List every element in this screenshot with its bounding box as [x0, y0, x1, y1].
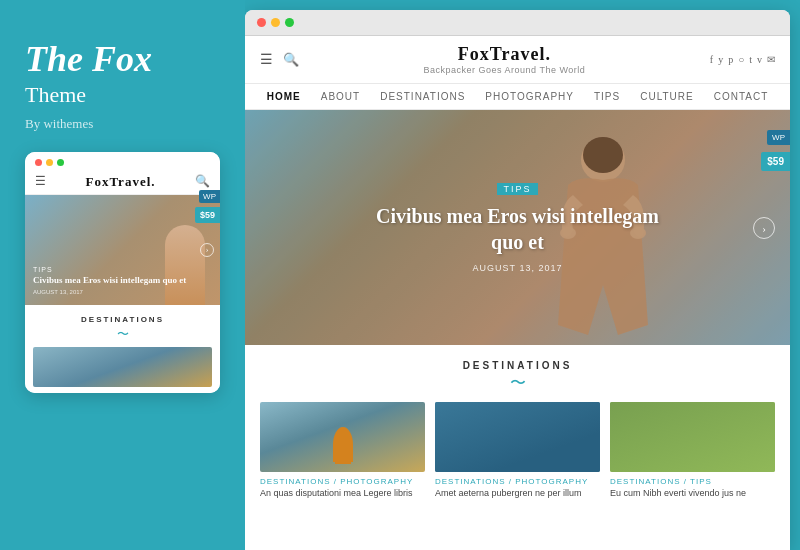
mobile-search-icon[interactable]: 🔍 — [195, 174, 210, 189]
theme-subtitle: Theme — [25, 82, 86, 108]
right-panel: ☰ 🔍 FoxTravel. Backpacker Goes Around Th… — [245, 10, 790, 550]
mobile-destinations-section: DESTINATIONS 〜 — [25, 305, 220, 393]
nav-item-tips[interactable]: TIPS — [594, 91, 620, 102]
site-nav: HOME ABOUT DESTINATIONS PHOTOGRAPHY TIPS… — [245, 84, 790, 110]
dest-card-3-text: Eu cum Nibh everti vivendo jus ne — [610, 488, 775, 500]
site-hamburger-icon[interactable]: ☰ — [260, 51, 273, 68]
mobile-preview: ☰ FoxTravel. 🔍 TIPS Civibus mea Eros wis… — [25, 152, 220, 393]
mobile-hero-overlay: TIPS Civibus mea Eros wisi intellegam qu… — [33, 266, 212, 295]
hero-section: TIPS Civibus mea Eros wisi intellegam qu… — [245, 110, 790, 345]
dest-card-2-image — [435, 402, 600, 472]
social-vimeo-icon[interactable]: v — [757, 54, 762, 65]
mobile-preview-header — [25, 152, 220, 170]
site-header: ☰ 🔍 FoxTravel. Backpacker Goes Around Th… — [245, 36, 790, 84]
social-facebook-icon[interactable]: f — [710, 54, 713, 65]
mobile-dest-image — [33, 347, 212, 387]
dot-yellow — [46, 159, 53, 166]
dest-card-1-image — [260, 402, 425, 472]
social-youtube-icon[interactable]: y — [718, 54, 723, 65]
dest-card-2-text: Amet aeterna pubergren ne per illum — [435, 488, 600, 500]
browser-titlebar — [245, 10, 790, 36]
dest-card-2-tag: DESTINATIONS / PHOTOGRAPHY — [435, 477, 600, 486]
hero-price-badge: $59 — [761, 152, 790, 171]
mobile-wave-decoration: 〜 — [33, 326, 212, 343]
header-right: f y p ○ t v ✉ — [710, 54, 775, 65]
nav-item-destinations[interactable]: DESTINATIONS — [380, 91, 465, 102]
hero-overlay: TIPS Civibus mea Eros wisi intellegam qu… — [245, 110, 790, 345]
social-pinterest-icon[interactable]: p — [728, 54, 733, 65]
hero-tips-badge: TIPS — [497, 183, 537, 195]
site-tagline: Backpacker Goes Around The World — [424, 65, 586, 75]
dest-card-1-text: An quas disputationi mea Legere libris — [260, 488, 425, 500]
hero-wp-badge: WP — [767, 130, 790, 145]
mobile-nav-bar: ☰ FoxTravel. 🔍 — [25, 170, 220, 195]
hero-date: AUGUST 13, 2017 — [473, 263, 563, 273]
mobile-logo: FoxTravel. — [85, 174, 155, 190]
dest-card-1-tag: DESTINATIONS / PHOTOGRAPHY — [260, 477, 425, 486]
destinations-section: DESTINATIONS 〜 DESTINATIONS / PHOTOGRAPH… — [245, 345, 790, 510]
mobile-hero: TIPS Civibus mea Eros wisi intellegam qu… — [25, 195, 220, 305]
header-left: ☰ 🔍 — [260, 51, 299, 68]
site-logo-area: FoxTravel. Backpacker Goes Around The Wo… — [424, 44, 586, 75]
nav-item-home[interactable]: HOME — [267, 91, 301, 102]
mobile-wp-badge: WP — [199, 190, 220, 203]
hero-title: Civibus mea Eros wisi intellegam quo et — [368, 203, 668, 255]
hero-arrow-right[interactable]: › — [753, 217, 775, 239]
mobile-destinations-label: DESTINATIONS — [33, 315, 212, 324]
site-logo: FoxTravel. — [424, 44, 586, 65]
dest-card-3-tag: DESTINATIONS / TIPS — [610, 477, 775, 486]
browser-content: ☰ 🔍 FoxTravel. Backpacker Goes Around Th… — [245, 36, 790, 550]
mobile-hero-arrow[interactable]: › — [200, 243, 214, 257]
dest-card-2: DESTINATIONS / PHOTOGRAPHY Amet aeterna … — [435, 402, 600, 500]
nav-item-about[interactable]: ABOUT — [321, 91, 360, 102]
left-panel: The Fox Theme By withemes ☰ FoxTravel. 🔍… — [0, 0, 245, 550]
nav-item-culture[interactable]: CULTURE — [640, 91, 693, 102]
dot-green — [57, 159, 64, 166]
nav-item-photography[interactable]: PHOTOGRAPHY — [485, 91, 574, 102]
social-email-icon[interactable]: ✉ — [767, 54, 775, 65]
site-search-icon[interactable]: 🔍 — [283, 52, 299, 68]
dest-card-1: DESTINATIONS / PHOTOGRAPHY An quas dispu… — [260, 402, 425, 500]
nav-item-contact[interactable]: CONTACT — [714, 91, 769, 102]
browser-dot-yellow — [271, 18, 280, 27]
dot-red — [35, 159, 42, 166]
destinations-grid: DESTINATIONS / PHOTOGRAPHY An quas dispu… — [260, 402, 775, 500]
destinations-header: DESTINATIONS 〜 — [260, 360, 775, 394]
wave-decoration: 〜 — [260, 373, 775, 394]
dest-card-3: DESTINATIONS / TIPS Eu cum Nibh everti v… — [610, 402, 775, 500]
mobile-price-badge: $59 — [195, 207, 220, 223]
mobile-tips-badge: TIPS — [33, 266, 212, 273]
social-twitter-icon[interactable]: t — [749, 54, 752, 65]
mobile-hamburger-icon[interactable]: ☰ — [35, 174, 46, 189]
browser-dot-red — [257, 18, 266, 27]
mobile-hero-title: Civibus mea Eros wisi intellegam quo et — [33, 275, 212, 287]
browser-dot-green — [285, 18, 294, 27]
theme-by: By withemes — [25, 116, 93, 132]
social-instagram-icon[interactable]: ○ — [738, 54, 744, 65]
dest-card-3-image — [610, 402, 775, 472]
theme-title: The Fox — [25, 40, 152, 80]
mobile-hero-date: AUGUST 13, 2017 — [33, 289, 212, 295]
destinations-label: DESTINATIONS — [260, 360, 775, 371]
